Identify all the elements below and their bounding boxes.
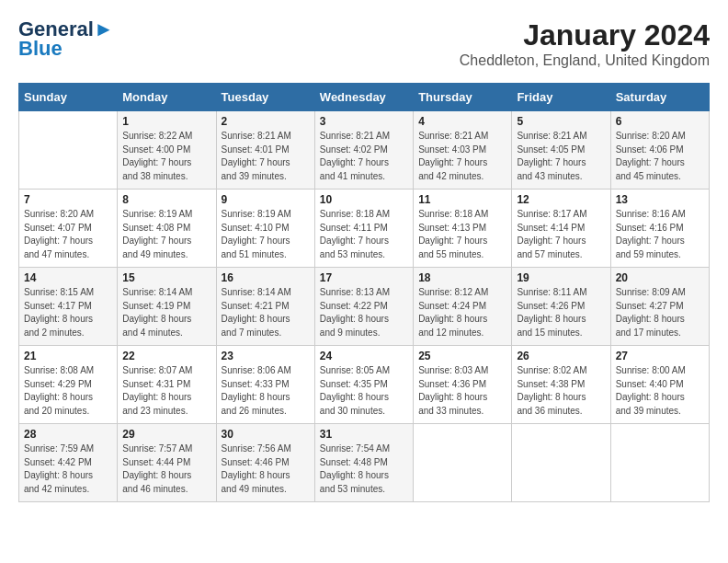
calendar-body: 1Sunrise: 8:22 AM Sunset: 4:00 PM Daylig…: [19, 111, 710, 502]
day-number: 30: [222, 428, 310, 441]
calendar-cell: 2Sunrise: 8:21 AM Sunset: 4:01 PM Daylig…: [216, 111, 314, 190]
day-info: Sunrise: 8:03 AM Sunset: 4:36 PM Dayligh…: [418, 364, 506, 418]
calendar-cell: 13Sunrise: 8:16 AM Sunset: 4:16 PM Dayli…: [610, 190, 709, 268]
header-row: SundayMondayTuesdayWednesdayThursdayFrid…: [19, 84, 710, 111]
calendar-cell: [512, 424, 610, 502]
day-info: Sunrise: 8:07 AM Sunset: 4:31 PM Dayligh…: [122, 364, 210, 418]
day-number: 19: [517, 271, 605, 284]
day-info: Sunrise: 8:14 AM Sunset: 4:19 PM Dayligh…: [122, 286, 210, 339]
day-info: Sunrise: 8:18 AM Sunset: 4:11 PM Dayligh…: [320, 208, 408, 261]
calendar-week-row: 28Sunrise: 7:59 AM Sunset: 4:42 PM Dayli…: [19, 424, 710, 502]
calendar-cell: [414, 424, 512, 502]
day-number: 21: [24, 350, 112, 362]
day-number: 31: [320, 428, 408, 441]
calendar-cell: 12Sunrise: 8:17 AM Sunset: 4:14 PM Dayli…: [512, 190, 610, 268]
calendar-week-row: 21Sunrise: 8:08 AM Sunset: 4:29 PM Dayli…: [19, 346, 710, 424]
calendar-cell: 7Sunrise: 8:20 AM Sunset: 4:07 PM Daylig…: [19, 190, 118, 268]
calendar-cell: 30Sunrise: 7:56 AM Sunset: 4:46 PM Dayli…: [216, 424, 314, 502]
day-number: 7: [24, 193, 112, 206]
day-number: 10: [320, 193, 408, 206]
calendar-cell: 27Sunrise: 8:00 AM Sunset: 4:40 PM Dayli…: [610, 346, 709, 424]
day-info: Sunrise: 8:06 AM Sunset: 4:33 PM Dayligh…: [222, 364, 310, 418]
day-info: Sunrise: 8:11 AM Sunset: 4:26 PM Dayligh…: [517, 286, 605, 339]
weekday-header: Saturday: [610, 84, 709, 111]
day-number: 27: [616, 350, 704, 362]
day-info: Sunrise: 7:57 AM Sunset: 4:44 PM Dayligh…: [122, 442, 210, 496]
calendar-cell: 20Sunrise: 8:09 AM Sunset: 4:27 PM Dayli…: [610, 268, 709, 346]
day-info: Sunrise: 8:19 AM Sunset: 4:08 PM Dayligh…: [122, 208, 210, 261]
calendar-cell: 8Sunrise: 8:19 AM Sunset: 4:08 PM Daylig…: [118, 190, 216, 268]
day-number: 8: [122, 193, 210, 206]
day-number: 22: [122, 350, 210, 362]
calendar-cell: 1Sunrise: 8:22 AM Sunset: 4:00 PM Daylig…: [118, 111, 216, 190]
calendar-cell: 16Sunrise: 8:14 AM Sunset: 4:21 PM Dayli…: [216, 268, 314, 346]
weekday-header: Tuesday: [216, 84, 314, 111]
calendar-week-row: 1Sunrise: 8:22 AM Sunset: 4:00 PM Daylig…: [19, 111, 710, 190]
day-info: Sunrise: 7:59 AM Sunset: 4:42 PM Dayligh…: [24, 442, 112, 496]
title-block: January 2024 Cheddleton, England, United…: [460, 18, 710, 69]
day-info: Sunrise: 8:17 AM Sunset: 4:14 PM Dayligh…: [517, 208, 605, 261]
weekday-header: Friday: [512, 84, 610, 111]
calendar-cell: 28Sunrise: 7:59 AM Sunset: 4:42 PM Dayli…: [19, 424, 118, 502]
weekday-header: Monday: [118, 84, 216, 111]
calendar-cell: [610, 424, 709, 502]
weekday-header: Thursday: [414, 84, 512, 111]
day-number: 26: [517, 350, 605, 362]
calendar-cell: 17Sunrise: 8:13 AM Sunset: 4:22 PM Dayli…: [314, 268, 413, 346]
day-info: Sunrise: 8:22 AM Sunset: 4:00 PM Dayligh…: [122, 130, 210, 183]
calendar-cell: 22Sunrise: 8:07 AM Sunset: 4:31 PM Dayli…: [118, 346, 216, 424]
day-info: Sunrise: 8:20 AM Sunset: 4:06 PM Dayligh…: [616, 130, 704, 183]
day-info: Sunrise: 8:21 AM Sunset: 4:05 PM Dayligh…: [517, 130, 605, 183]
day-number: 14: [24, 271, 112, 284]
day-number: 12: [517, 193, 605, 206]
calendar-cell: 11Sunrise: 8:18 AM Sunset: 4:13 PM Dayli…: [414, 190, 512, 268]
day-info: Sunrise: 7:54 AM Sunset: 4:48 PM Dayligh…: [320, 442, 408, 496]
calendar-cell: 15Sunrise: 8:14 AM Sunset: 4:19 PM Dayli…: [118, 268, 216, 346]
day-number: 18: [418, 271, 506, 284]
logo: General► Blue: [18, 18, 114, 61]
calendar-header: SundayMondayTuesdayWednesdayThursdayFrid…: [19, 84, 710, 111]
day-number: 29: [122, 428, 210, 441]
day-info: Sunrise: 8:18 AM Sunset: 4:13 PM Dayligh…: [418, 208, 506, 261]
day-info: Sunrise: 8:08 AM Sunset: 4:29 PM Dayligh…: [24, 364, 112, 418]
day-info: Sunrise: 8:20 AM Sunset: 4:07 PM Dayligh…: [24, 208, 112, 261]
day-number: 28: [24, 428, 112, 441]
calendar-cell: 3Sunrise: 8:21 AM Sunset: 4:02 PM Daylig…: [314, 111, 413, 190]
month-title: January 2024: [460, 18, 710, 52]
location: Cheddleton, England, United Kingdom: [460, 52, 710, 69]
day-info: Sunrise: 8:12 AM Sunset: 4:24 PM Dayligh…: [418, 286, 506, 339]
day-info: Sunrise: 8:16 AM Sunset: 4:16 PM Dayligh…: [616, 208, 704, 261]
calendar-cell: 24Sunrise: 8:05 AM Sunset: 4:35 PM Dayli…: [314, 346, 413, 424]
day-number: 17: [320, 271, 408, 284]
header: General► Blue January 2024 Cheddleton, E…: [18, 18, 710, 69]
day-number: 23: [222, 350, 310, 362]
day-number: 4: [418, 115, 506, 128]
calendar-cell: 10Sunrise: 8:18 AM Sunset: 4:11 PM Dayli…: [314, 190, 413, 268]
day-info: Sunrise: 8:19 AM Sunset: 4:10 PM Dayligh…: [222, 208, 310, 261]
day-info: Sunrise: 8:00 AM Sunset: 4:40 PM Dayligh…: [616, 364, 704, 418]
calendar-cell: 31Sunrise: 7:54 AM Sunset: 4:48 PM Dayli…: [314, 424, 413, 502]
calendar-cell: 18Sunrise: 8:12 AM Sunset: 4:24 PM Dayli…: [414, 268, 512, 346]
day-info: Sunrise: 8:05 AM Sunset: 4:35 PM Dayligh…: [320, 364, 408, 418]
day-number: 24: [320, 350, 408, 362]
calendar-cell: 4Sunrise: 8:21 AM Sunset: 4:03 PM Daylig…: [414, 111, 512, 190]
day-number: 13: [616, 193, 704, 206]
calendar-cell: 25Sunrise: 8:03 AM Sunset: 4:36 PM Dayli…: [414, 346, 512, 424]
day-info: Sunrise: 8:14 AM Sunset: 4:21 PM Dayligh…: [222, 286, 310, 339]
weekday-header: Sunday: [19, 84, 118, 111]
calendar-cell: 26Sunrise: 8:02 AM Sunset: 4:38 PM Dayli…: [512, 346, 610, 424]
day-info: Sunrise: 7:56 AM Sunset: 4:46 PM Dayligh…: [222, 442, 310, 496]
day-number: 9: [222, 193, 310, 206]
day-number: 11: [418, 193, 506, 206]
day-info: Sunrise: 8:13 AM Sunset: 4:22 PM Dayligh…: [320, 286, 408, 339]
calendar-cell: 9Sunrise: 8:19 AM Sunset: 4:10 PM Daylig…: [216, 190, 314, 268]
day-number: 3: [320, 115, 408, 128]
day-info: Sunrise: 8:21 AM Sunset: 4:01 PM Dayligh…: [222, 130, 310, 183]
day-number: 2: [222, 115, 310, 128]
calendar-cell: 19Sunrise: 8:11 AM Sunset: 4:26 PM Dayli…: [512, 268, 610, 346]
day-number: 25: [418, 350, 506, 362]
calendar-week-row: 14Sunrise: 8:15 AM Sunset: 4:17 PM Dayli…: [19, 268, 710, 346]
day-number: 6: [616, 115, 704, 128]
page-container: General► Blue January 2024 Cheddleton, E…: [0, 0, 728, 516]
day-number: 15: [122, 271, 210, 284]
